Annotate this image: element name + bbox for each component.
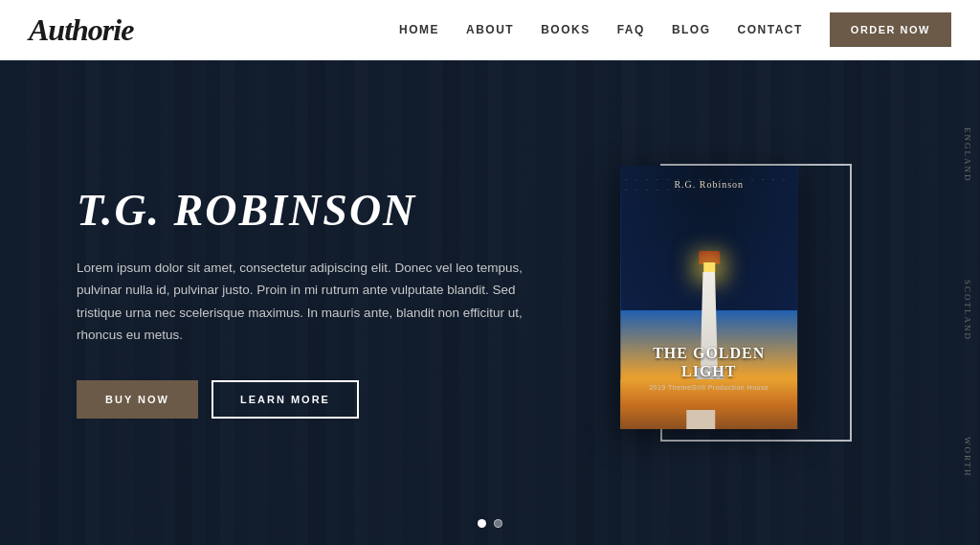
carousel-dot-1[interactable] (478, 519, 486, 528)
buy-now-button[interactable]: BUY NOW (77, 380, 198, 419)
order-now-button[interactable]: ORDER NOW (830, 12, 951, 47)
lighthouse-light (703, 262, 715, 272)
hero-content: T.G. ROBINSON Lorem ipsum dolor sit amet… (0, 60, 980, 545)
carousel-dots (478, 519, 502, 528)
book-title-block: THE GOLDEN LIGHT 2019 ThemeGrill Product… (620, 344, 797, 391)
book-cover: R.G. Robinson THE GOLDEN LIGHT 2019 Them… (620, 166, 797, 429)
book-cover-inner: R.G. Robinson THE GOLDEN LIGHT 2019 Them… (620, 166, 797, 429)
hero-text-block: T.G. ROBINSON Lorem ipsum dolor sit amet… (77, 187, 536, 419)
nav-books[interactable]: BOOKS (541, 23, 590, 36)
hero-description: Lorem ipsum dolor sit amet, consectetur … (77, 257, 536, 348)
nav-faq[interactable]: FAQ (617, 23, 645, 36)
lighthouse-building (686, 410, 715, 429)
learn-more-button[interactable]: LEARN MORE (212, 380, 359, 419)
book-subtitle: 2019 ThemeGrill Production House (628, 384, 790, 391)
book-author-label: R.G. Robinson (620, 179, 797, 190)
nav-home[interactable]: HOME (399, 23, 439, 36)
header: Authorie HOME ABOUT BOOKS FAQ BLOG CONTA… (0, 0, 980, 60)
hero-title: T.G. ROBINSON (77, 187, 536, 236)
nav-blog[interactable]: BLOG (672, 23, 711, 36)
carousel-dot-2[interactable] (494, 519, 502, 528)
nav: HOME ABOUT BOOKS FAQ BLOG CONTACT ORDER … (399, 12, 951, 47)
nav-contact[interactable]: CONTACT (738, 23, 803, 36)
hero-buttons: BUY NOW LEARN MORE (77, 380, 536, 419)
nav-about[interactable]: ABOUT (466, 23, 514, 36)
hero-section: ENGLAND SCOTLAND WORTH T.G. ROBINSON Lor… (0, 60, 980, 545)
book-main-title: THE GOLDEN LIGHT (628, 344, 790, 380)
hero-book-area: R.G. Robinson THE GOLDEN LIGHT 2019 Them… (536, 60, 900, 545)
logo[interactable]: Authorie (29, 12, 133, 48)
